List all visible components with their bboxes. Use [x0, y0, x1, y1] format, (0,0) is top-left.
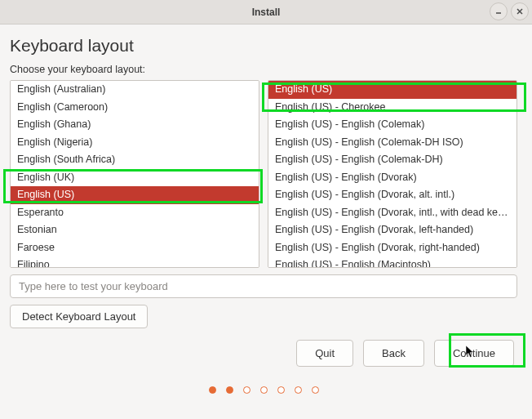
language-list-item[interactable]: Filipino [11, 256, 259, 268]
close-button[interactable] [511, 2, 529, 20]
page-content: Keyboard layout Choose your keyboard lay… [0, 25, 532, 394]
language-list-item[interactable]: English (Cameroon) [11, 99, 259, 117]
variant-list-item[interactable]: English (US) - English (Dvorak, right-ha… [268, 239, 516, 257]
instruction-label: Choose your keyboard layout: [10, 64, 517, 75]
variant-list-item[interactable]: English (US) [268, 81, 516, 99]
back-button[interactable]: Back [363, 340, 424, 367]
language-list-item[interactable]: Faroese [11, 239, 259, 257]
page-title: Keyboard layout [10, 36, 517, 56]
variant-list-item[interactable]: English (US) - Cherokee [268, 99, 516, 117]
continue-button[interactable]: Continue [434, 340, 514, 367]
language-list-item[interactable]: English (Australian) [11, 81, 259, 99]
variant-list-item[interactable]: English (US) - English (Macintosh) [268, 256, 516, 268]
language-list-item[interactable]: English (UK) [11, 169, 259, 187]
detect-layout-button[interactable]: Detect Keyboard Layout [10, 305, 148, 328]
progress-dot [312, 386, 319, 394]
layout-lists: English (Australian)English (Cameroon)En… [10, 80, 517, 268]
quit-button[interactable]: Quit [296, 340, 353, 367]
window-title: Install [252, 7, 281, 18]
layout-variant-list[interactable]: English (US)English (US) - CherokeeEngli… [268, 80, 517, 268]
layout-language-list[interactable]: English (Australian)English (Cameroon)En… [10, 80, 259, 268]
language-list-item[interactable]: English (Ghana) [11, 116, 259, 134]
titlebar: Install [0, 0, 532, 25]
progress-dot [295, 386, 302, 394]
progress-dot [277, 386, 285, 394]
language-list-item[interactable]: English (South Africa) [11, 151, 259, 169]
progress-dot [226, 386, 233, 394]
language-list-item[interactable]: English (US) [11, 186, 259, 204]
variant-list-item[interactable]: English (US) - English (Colemak-DH ISO) [268, 134, 516, 152]
variant-list-item[interactable]: English (US) - English (Dvorak, intl., w… [268, 204, 516, 222]
window-controls [490, 2, 529, 20]
language-list-item[interactable]: Esperanto [11, 204, 259, 222]
language-list-item[interactable]: English (Nigeria) [11, 134, 259, 152]
variant-list-item[interactable]: English (US) - English (Dvorak, left-han… [268, 221, 516, 239]
variant-list-item[interactable]: English (US) - English (Dvorak, alt. int… [268, 186, 516, 204]
keyboard-test-input[interactable] [10, 274, 517, 298]
progress-dot [260, 386, 268, 394]
language-list-item[interactable]: Estonian [11, 221, 259, 239]
minimize-button[interactable] [490, 2, 508, 20]
progress-dot [209, 386, 216, 394]
nav-buttons: Quit Back Continue [10, 340, 517, 367]
variant-list-item[interactable]: English (US) - English (Colemak) [268, 116, 516, 134]
progress-dots [10, 386, 517, 394]
variant-list-item[interactable]: English (US) - English (Dvorak) [268, 169, 516, 187]
detect-row: Detect Keyboard Layout [10, 305, 517, 328]
progress-dot [243, 386, 250, 394]
variant-list-item[interactable]: English (US) - English (Colemak-DH) [268, 151, 516, 169]
